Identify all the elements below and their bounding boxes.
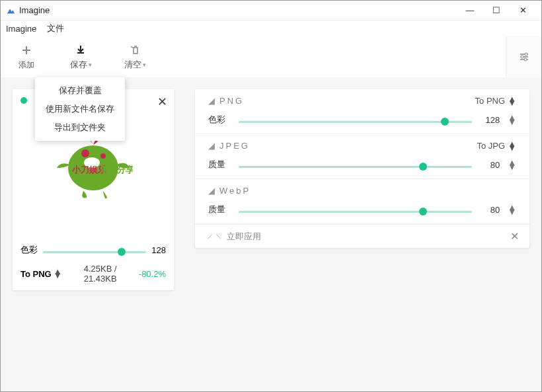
window-title: Imagine [19, 5, 457, 15]
card-color-slider[interactable] [43, 251, 146, 253]
chevron-down-icon: ▾ [143, 61, 146, 68]
download-icon [74, 43, 87, 56]
png-format-select[interactable]: To PNG▲▼ [475, 96, 516, 106]
collapse-icon[interactable]: ◢ [208, 141, 217, 151]
webp-quality-stepper[interactable]: ▲▼ [508, 205, 516, 214]
dropdown-export-dir[interactable]: 导出到文件夹 [35, 118, 125, 137]
png-color-value: 128 [480, 115, 500, 125]
menubar: Imagine 文件 [1, 20, 541, 36]
card-color-row: 色彩 128 [13, 240, 174, 260]
webp-title: WebP [219, 186, 516, 196]
settings-panel: ◢PNGTo PNG▲▼ 色彩 128 ▲▼ ◢JPEGTo JPG▲▼ 质量 … [195, 89, 529, 248]
apply-button[interactable]: 立即应用 [227, 231, 510, 243]
svg-point-5 [100, 153, 106, 159]
png-title: PNG [219, 96, 475, 106]
jpeg-quality-value: 80 [480, 160, 500, 170]
menu-app[interactable]: Imagine [6, 24, 36, 34]
clear-button[interactable]: 清空▾ [117, 43, 153, 71]
jpeg-quality-label: 质量 [208, 159, 231, 171]
jpeg-format-select[interactable]: To JPG▲▼ [477, 141, 517, 151]
png-color-slider[interactable] [239, 121, 472, 123]
close-panel-button[interactable]: ✕ [510, 230, 519, 243]
remove-image-button[interactable]: ✕ [157, 95, 167, 109]
png-color-label: 色彩 [208, 114, 231, 126]
card-color-value: 128 [151, 245, 166, 255]
collapse-icon[interactable]: ◢ [208, 186, 217, 196]
webp-quality-value: 80 [480, 205, 500, 215]
window-titlebar: Imagine — ☐ ✕ [1, 1, 541, 20]
save-dropdown: 保存并覆盖 使用新文件名保存 导出到文件夹 [35, 77, 125, 141]
svg-point-1 [521, 56, 523, 58]
svg-point-0 [525, 53, 527, 56]
card-footer: To PNG▲▼ 4.25KB / 21.43KB -80.2% [13, 260, 174, 290]
panel-footer: ⟋⟍ 立即应用 ✕ [195, 224, 529, 248]
jpeg-quality-slider[interactable] [239, 166, 472, 168]
svg-point-2 [524, 58, 527, 61]
close-button[interactable]: ✕ [510, 5, 536, 15]
webp-section: ◢WebP 质量 80 ▲▼ [195, 179, 529, 224]
jpeg-quality-stepper[interactable]: ▲▼ [508, 160, 516, 169]
save-button[interactable]: 保存▾ [63, 43, 98, 71]
card-format-select[interactable]: To PNG▲▼ [20, 269, 62, 279]
settings-button[interactable] [506, 36, 541, 77]
chevron-down-icon: ▾ [89, 61, 92, 68]
collapse-icon[interactable]: ◢ [208, 96, 217, 106]
dropdown-overwrite[interactable]: 保存并覆盖 [35, 81, 125, 100]
png-color-stepper[interactable]: ▲▼ [508, 115, 516, 124]
card-color-label: 色彩 [20, 244, 38, 256]
png-section: ◢PNGTo PNG▲▼ 色彩 128 ▲▼ [195, 89, 529, 134]
app-logo-icon [6, 6, 15, 15]
card-pct: -80.2% [139, 269, 166, 279]
svg-point-4 [81, 149, 89, 157]
sliders-icon [518, 51, 530, 63]
jpeg-title: JPEG [219, 141, 477, 151]
toolbar: 添加 保存▾ 清空▾ [1, 36, 541, 77]
status-dot [20, 97, 27, 104]
svg-text:乐于分享: 乐于分享 [99, 165, 133, 175]
minimize-button[interactable]: — [457, 5, 483, 15]
plus-icon [20, 44, 33, 57]
apply-icon: ⟋⟍ [206, 231, 223, 241]
menu-file[interactable]: 文件 [47, 22, 64, 34]
trash-icon [128, 43, 141, 56]
add-button[interactable]: 添加 [9, 44, 44, 71]
card-size: 4.25KB / 21.43KB [67, 264, 134, 284]
jpeg-section: ◢JPEGTo JPG▲▼ 质量 80 ▲▼ [195, 134, 529, 179]
maximize-button[interactable]: ☐ [483, 5, 510, 15]
webp-quality-slider[interactable] [239, 211, 472, 213]
webp-quality-label: 质量 [208, 204, 231, 216]
dropdown-save-as[interactable]: 使用新文件名保存 [35, 100, 125, 118]
